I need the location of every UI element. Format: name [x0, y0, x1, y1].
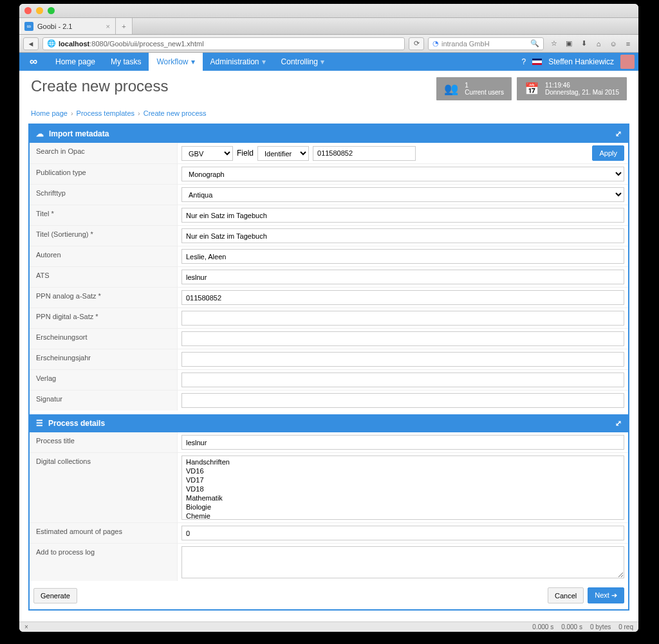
- nav-admin-label: Administration: [210, 57, 259, 66]
- proctitle-input[interactable]: [181, 435, 624, 450]
- nav-admin[interactable]: Administration ▾: [203, 53, 274, 71]
- collection-option[interactable]: Mathematik: [183, 493, 622, 502]
- label-proctitle: Process title: [30, 432, 178, 452]
- titel-input[interactable]: [181, 208, 624, 223]
- label-ppn-digital: PPN digital a-Satz *: [30, 308, 178, 328]
- collection-option[interactable]: VD17: [183, 475, 622, 484]
- label-verlag: Verlag: [30, 370, 178, 390]
- collection-option[interactable]: Biologie: [183, 502, 622, 511]
- collection-option[interactable]: Chemie: [183, 511, 622, 520]
- field-select[interactable]: Identifier: [257, 146, 309, 161]
- ppn-digital-input[interactable]: [181, 311, 624, 326]
- nav-controlling[interactable]: Controlling ▾: [274, 53, 332, 71]
- search-icon: 🔍: [530, 39, 539, 48]
- pages-input[interactable]: [181, 526, 624, 540]
- minimize-window-button[interactable]: [36, 7, 43, 14]
- list-icon: ☰: [36, 419, 43, 428]
- flag-icon[interactable]: [532, 59, 542, 65]
- nav-workflow[interactable]: Workflow ▾: [149, 53, 202, 71]
- apply-button[interactable]: Apply: [592, 145, 624, 161]
- field-label: Field: [237, 149, 254, 158]
- collection-option[interactable]: VD16: [183, 466, 622, 475]
- download-icon[interactable]: ⬇: [577, 38, 590, 50]
- opac-select[interactable]: GBV: [181, 146, 233, 161]
- status-time2: 0.000 s: [561, 623, 582, 630]
- label-pages: Estimated amount of pages: [30, 523, 178, 543]
- titelsort-input[interactable]: [181, 228, 624, 243]
- nav-controlling-label: Controlling: [281, 57, 318, 66]
- label-schrifttyp: Schrifttyp: [30, 185, 178, 205]
- signatur-input[interactable]: [181, 393, 624, 408]
- face-icon[interactable]: ☺: [607, 38, 620, 50]
- label-titelsort: Titel (Sortierung) *: [30, 226, 178, 246]
- expand-icon[interactable]: ⤢: [615, 419, 622, 428]
- nav-home[interactable]: Home page: [48, 53, 103, 71]
- chevron-down-icon: ▾: [262, 57, 266, 66]
- zoom-window-button[interactable]: [48, 7, 55, 14]
- next-label: Next: [595, 591, 609, 599]
- help-icon[interactable]: ?: [521, 57, 526, 66]
- next-button[interactable]: Next ➔: [588, 587, 624, 603]
- users-label: Current users: [465, 89, 504, 96]
- cancel-button[interactable]: Cancel: [548, 587, 584, 603]
- google-icon: ◔: [432, 39, 439, 48]
- label-log: Add to process log: [30, 544, 178, 581]
- label-jahr: Erscheinungsjahr: [30, 349, 178, 369]
- close-window-button[interactable]: [24, 7, 32, 14]
- label-autoren: Autoren: [30, 246, 178, 266]
- star-icon[interactable]: ☆: [548, 38, 561, 50]
- import-panel-title: Import metadata: [49, 129, 109, 138]
- calendar-icon: 📅: [524, 82, 539, 96]
- reload-button[interactable]: ⟳: [409, 37, 424, 50]
- process-panel-header: ☰ Process details ⤢: [30, 414, 628, 432]
- ats-input[interactable]: [181, 270, 624, 284]
- avatar[interactable]: [620, 55, 635, 69]
- favicon-icon: ∞: [24, 22, 33, 31]
- opac-search-input[interactable]: [313, 146, 416, 161]
- close-tab-icon[interactable]: ×: [106, 23, 110, 30]
- expand-icon[interactable]: ⤢: [615, 129, 622, 138]
- collection-option[interactable]: Handschriften: [183, 457, 622, 466]
- import-panel-header: ☁ Import metadata ⤢: [30, 125, 628, 143]
- home-icon[interactable]: ⌂: [592, 38, 605, 50]
- breadcrumb-current[interactable]: Create new process: [144, 109, 207, 117]
- footer-actions: Generate Cancel Next ➔: [30, 585, 628, 606]
- browser-search-field[interactable]: ◔ intranda GmbH 🔍: [428, 37, 544, 50]
- username[interactable]: Steffen Hankiewicz: [548, 57, 614, 66]
- ppn-analog-input[interactable]: [181, 290, 624, 305]
- datetime-box: 📅 11:19:46 Donnerstag, 21. Mai 2015: [517, 77, 627, 100]
- ort-input[interactable]: [181, 331, 624, 346]
- collection-option[interactable]: VD18: [183, 484, 622, 493]
- url-path: :8080/Goobi/uii/process_new1.xhtml: [89, 40, 203, 48]
- verlag-input[interactable]: [181, 373, 624, 387]
- search-placeholder: intranda GmbH: [441, 40, 490, 48]
- back-button[interactable]: ◄: [23, 37, 39, 50]
- pocket-icon[interactable]: ▣: [562, 38, 575, 50]
- status-close[interactable]: ×: [24, 623, 28, 630]
- generate-button[interactable]: Generate: [33, 588, 77, 603]
- users-count: 1: [465, 82, 504, 89]
- url-field[interactable]: 🌐 localhost:8080/Goobi/uii/process_new1.…: [42, 37, 405, 50]
- new-tab-button[interactable]: +: [116, 18, 133, 34]
- breadcrumb-home[interactable]: Home page: [31, 109, 68, 117]
- breadcrumb-templates[interactable]: Process templates: [77, 109, 135, 117]
- app-logo-icon[interactable]: ∞: [19, 53, 48, 71]
- log-textarea[interactable]: [181, 546, 624, 578]
- label-collections: Digital collections: [30, 453, 178, 522]
- titlebar: [19, 4, 638, 18]
- users-icon: 👥: [444, 82, 458, 96]
- autoren-input[interactable]: [181, 249, 624, 264]
- status-time1: 0.000 s: [532, 623, 553, 630]
- pubtype-select[interactable]: Monograph: [181, 167, 624, 181]
- label-ats: ATS: [30, 267, 178, 287]
- nav-mytasks[interactable]: My tasks: [103, 53, 149, 71]
- menu-icon[interactable]: ≡: [622, 38, 635, 50]
- row-search-opac: Search in Opac GBV Field Identifier Appl…: [30, 143, 628, 164]
- label-search-opac: Search in Opac: [30, 143, 178, 163]
- tab-bar: ∞ Goobi - 2.1 × +: [19, 18, 638, 35]
- jahr-input[interactable]: [181, 352, 624, 367]
- toolbar-icons: ☆ ▣ ⬇ ⌂ ☺ ≡: [548, 38, 635, 50]
- browser-tab[interactable]: ∞ Goobi - 2.1 ×: [19, 18, 116, 34]
- schrifttyp-select[interactable]: Antiqua: [181, 187, 624, 202]
- collections-select[interactable]: HandschriftenVD16VD17VD18MathematikBiolo…: [181, 455, 624, 520]
